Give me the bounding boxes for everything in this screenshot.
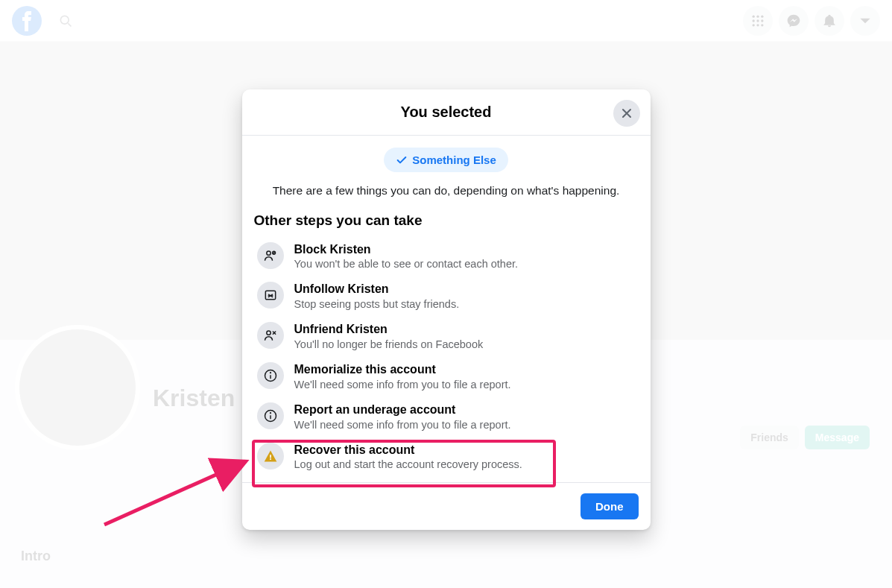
chip-label: Something Else [412,154,496,166]
option-block[interactable]: Block Kristen You won't be able to see o… [254,236,639,276]
unfollow-icon [257,282,284,309]
svg-point-25 [270,373,271,373]
selected-reason-chip[interactable]: Something Else [384,148,508,172]
option-title: Unfollow Kristen [294,282,460,297]
person-block-icon [257,242,284,269]
close-button[interactable] [613,100,640,127]
info-icon [257,362,284,389]
option-desc: Log out and start the account recovery p… [294,458,522,470]
option-desc: We'll need some info from you to file a … [294,419,511,431]
option-desc: We'll need some info from you to file a … [294,379,511,391]
check-icon [396,154,408,166]
dialog-title: You selected [401,104,492,121]
unfriend-icon [257,322,284,349]
warning-icon [257,443,284,470]
option-title: Block Kristen [294,242,519,258]
option-title: Memorialize this account [294,362,511,378]
option-desc: You'll no longer be friends on Facebook [294,338,484,350]
option-desc: Stop seeing posts but stay friends. [294,298,460,310]
option-memorialize[interactable]: Memorialize this account We'll need some… [254,356,639,396]
option-desc: You won't be able to see or contact each… [294,258,519,270]
option-unfollow[interactable]: Unfollow Kristen Stop seeing posts but s… [254,276,639,316]
svg-point-28 [270,413,271,414]
option-title: Recover this account [294,443,522,458]
option-title: Unfriend Kristen [294,322,484,338]
done-button[interactable]: Done [581,493,639,519]
option-unfriend[interactable]: Unfriend Kristen You'll no longer be fri… [254,316,639,356]
svg-point-20 [266,331,270,335]
section-title: Other steps you can take [254,212,639,229]
option-recover[interactable]: Recover this account Log out and start t… [254,437,639,477]
close-icon [619,106,634,121]
option-underage[interactable]: Report an underage account We'll need so… [254,396,639,437]
you-selected-dialog: You selected Something Else There are a … [242,89,651,530]
info-icon [257,402,284,429]
option-title: Report an underage account [294,402,511,418]
dialog-subtitle: There are a few things you can do, depen… [254,183,639,199]
svg-point-12 [266,251,270,255]
